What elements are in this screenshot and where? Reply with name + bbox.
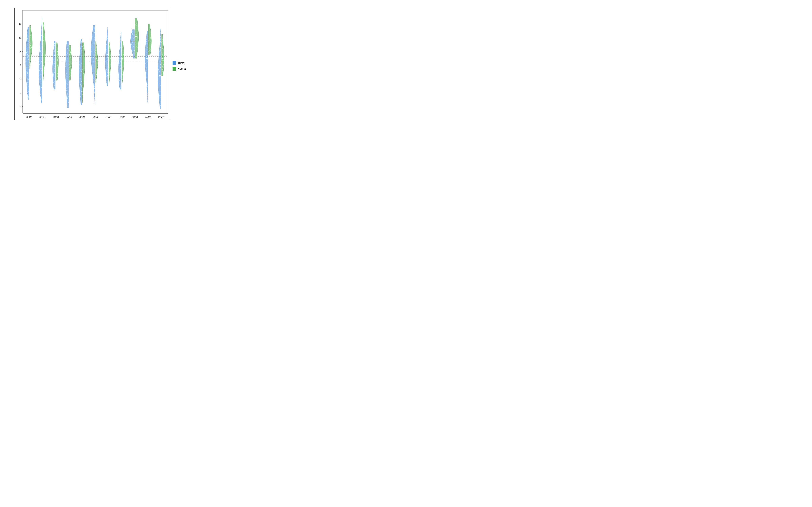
svg-rect-1527: [133, 38, 133, 38]
svg-rect-1265: [109, 60, 110, 60]
svg-rect-1552: [134, 33, 134, 33]
svg-rect-1073: [96, 44, 96, 44]
svg-rect-704: [69, 68, 70, 68]
svg-rect-614: [67, 79, 68, 79]
svg-rect-1069: [96, 59, 96, 60]
svg-rect-686: [68, 49, 68, 49]
svg-rect-629: [68, 105, 68, 106]
svg-rect-1029: [94, 57, 94, 58]
svg-rect-1571: [133, 31, 133, 32]
svg-rect-489: [55, 79, 55, 79]
svg-rect-703: [69, 54, 69, 55]
svg-rect-82: [26, 66, 26, 66]
svg-rect-1052: [93, 31, 93, 31]
svg-rect-571: [67, 97, 67, 97]
svg-rect-1792: [150, 27, 150, 28]
svg-rect-1459: [122, 58, 122, 58]
svg-rect-582: [67, 84, 67, 84]
svg-rect-103: [28, 61, 29, 61]
svg-rect-623: [67, 97, 67, 98]
svg-rect-1519: [131, 37, 132, 38]
svg-rect-1641: [136, 46, 136, 47]
svg-rect-1466: [123, 42, 123, 43]
svg-rect-78: [27, 72, 27, 72]
svg-rect-1309: [119, 64, 120, 64]
svg-rect-107: [28, 82, 28, 82]
svg-rect-240: [41, 53, 41, 53]
svg-rect-1365: [119, 60, 119, 60]
svg-rect-1986: [163, 56, 163, 56]
svg-rect-978: [93, 37, 94, 37]
svg-rect-884: [84, 67, 84, 67]
svg-text:8: 8: [20, 50, 21, 53]
svg-rect-1154: [107, 36, 108, 36]
svg-rect-2002: [162, 36, 162, 37]
svg-rect-1358: [119, 80, 119, 80]
svg-rect-261: [39, 70, 40, 71]
svg-rect-1065: [96, 57, 96, 58]
svg-rect-1960: [160, 29, 161, 30]
svg-rect-506: [54, 87, 54, 88]
svg-rect-697: [70, 45, 70, 45]
svg-rect-799: [81, 67, 81, 67]
svg-rect-1326: [119, 74, 119, 75]
svg-rect-424: [53, 76, 54, 76]
svg-rect-1231: [107, 39, 108, 39]
svg-rect-296: [42, 32, 42, 33]
svg-rect-1478: [122, 43, 122, 43]
svg-rect-1456: [123, 67, 124, 67]
svg-rect-854: [79, 71, 79, 72]
svg-rect-1306: [121, 66, 121, 66]
svg-rect-1506: [132, 34, 132, 34]
svg-rect-1343: [121, 50, 121, 50]
svg-rect-558: [57, 59, 57, 60]
svg-rect-859: [80, 53, 80, 53]
svg-rect-1618: [136, 34, 137, 35]
svg-rect-1853: [159, 94, 159, 94]
svg-rect-419: [54, 78, 54, 78]
svg-rect-1729: [147, 68, 147, 68]
svg-rect-607: [66, 90, 66, 91]
svg-rect-1629: [136, 56, 137, 57]
svg-rect-750: [71, 53, 71, 53]
svg-rect-1957: [160, 54, 160, 55]
svg-rect-1084: [96, 52, 96, 53]
svg-rect-1924: [160, 62, 161, 62]
svg-rect-1413: [119, 68, 119, 69]
svg-rect-1311: [119, 55, 119, 56]
svg-rect-1579: [134, 38, 134, 38]
svg-rect-1560: [133, 30, 133, 30]
svg-rect-1171: [107, 36, 107, 37]
svg-rect-1697: [146, 47, 146, 48]
svg-rect-159: [30, 47, 30, 48]
svg-rect-721: [70, 80, 70, 80]
svg-rect-346: [43, 82, 43, 82]
svg-rect-231: [41, 102, 41, 102]
svg-rect-631: [67, 76, 67, 76]
svg-rect-336: [44, 69, 44, 69]
svg-rect-356: [43, 55, 43, 55]
svg-rect-559: [57, 79, 57, 79]
svg-rect-1836: [151, 43, 151, 43]
svg-rect-226: [41, 35, 42, 36]
svg-rect-692: [71, 70, 71, 71]
svg-rect-1279: [109, 68, 109, 68]
svg-rect-1259: [110, 73, 110, 73]
svg-rect-693: [69, 79, 70, 79]
svg-rect-1477: [122, 81, 122, 81]
svg-rect-1410: [121, 33, 121, 33]
svg-rect-628: [68, 55, 68, 56]
svg-rect-515: [58, 53, 58, 53]
svg-rect-291: [40, 51, 41, 52]
chart-container: 024681012BLCABRCACOADHNSCKICHKIRCLUADLUS…: [8, 6, 195, 121]
svg-rect-1083: [96, 41, 96, 42]
svg-rect-443: [54, 70, 54, 70]
svg-rect-1337: [120, 40, 121, 41]
svg-rect-1071: [97, 60, 97, 60]
svg-rect-819: [81, 50, 82, 51]
svg-rect-138: [29, 99, 29, 99]
svg-rect-253: [42, 40, 42, 40]
svg-rect-1268: [110, 61, 110, 61]
svg-rect-552: [57, 56, 57, 57]
svg-rect-1248: [109, 77, 110, 77]
